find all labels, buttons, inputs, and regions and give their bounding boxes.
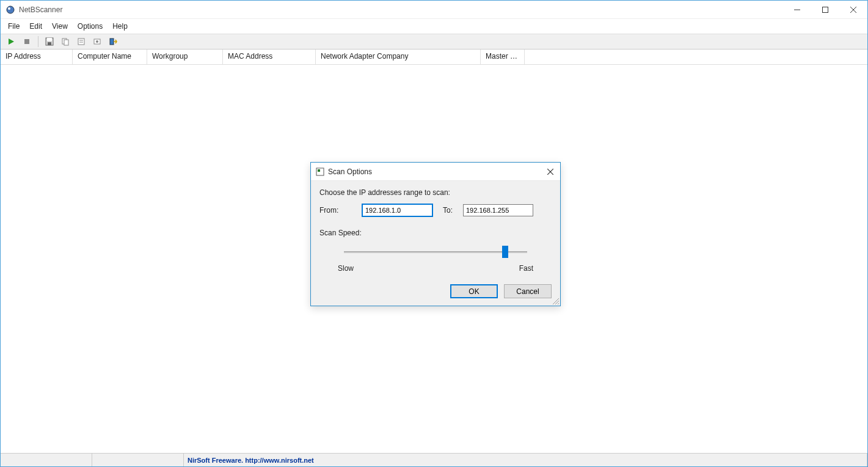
menu-bar: File Edit View Options Help <box>1 19 867 34</box>
svg-point-0 <box>7 6 14 13</box>
menu-help[interactable]: Help <box>108 20 133 32</box>
menu-view[interactable]: View <box>47 20 73 32</box>
svg-point-17 <box>96 40 98 43</box>
svg-rect-20 <box>318 169 320 172</box>
slider-thumb[interactable] <box>502 246 508 258</box>
svg-line-25 <box>558 303 559 304</box>
column-headers: IP Address Computer Name Workgroup MAC A… <box>1 50 867 65</box>
title-bar: NetBScanner <box>1 1 867 19</box>
dialog-icon <box>316 167 324 176</box>
minimize-button[interactable] <box>783 1 811 19</box>
svg-rect-18 <box>110 39 114 45</box>
cancel-button[interactable]: Cancel <box>504 284 552 298</box>
resize-grip[interactable] <box>552 297 559 304</box>
window-controls <box>783 1 867 19</box>
column-workgroup[interactable]: Workgroup <box>147 50 223 64</box>
status-freeware-link[interactable]: NirSoft Freeware. http://www.nirsoft.net <box>184 454 867 466</box>
dialog-body: Choose the IP addresses range to scan: F… <box>311 181 560 280</box>
close-button[interactable] <box>839 1 867 19</box>
play-icon[interactable] <box>4 35 18 48</box>
menu-options[interactable]: Options <box>73 20 108 32</box>
ip-range-row: From: To: <box>319 204 552 216</box>
dialog-title: Scan Options <box>328 167 372 176</box>
svg-marker-6 <box>9 39 14 45</box>
maximize-button[interactable] <box>811 1 839 19</box>
svg-rect-12 <box>64 40 68 45</box>
column-computer-name[interactable]: Computer Name <box>73 50 147 64</box>
column-master-browser[interactable]: Master Br... <box>481 50 525 64</box>
copy-icon[interactable] <box>59 35 72 48</box>
svg-rect-9 <box>47 38 52 41</box>
scan-speed-slider[interactable]: Slow Fast <box>319 248 552 273</box>
toolbar-separator <box>38 36 38 47</box>
svg-rect-10 <box>48 42 51 45</box>
menu-edit[interactable]: Edit <box>24 20 47 32</box>
status-cell-1 <box>1 454 92 466</box>
properties-icon[interactable] <box>75 35 88 48</box>
from-ip-input[interactable] <box>362 204 432 216</box>
stop-icon[interactable] <box>20 35 34 48</box>
slider-slow-label: Slow <box>338 264 354 273</box>
column-ip-address[interactable]: IP Address <box>1 50 73 64</box>
dialog-prompt: Choose the IP addresses range to scan: <box>319 188 552 197</box>
to-ip-input[interactable] <box>463 204 533 216</box>
svg-point-1 <box>8 7 10 10</box>
slider-fast-label: Fast <box>519 264 533 273</box>
save-icon[interactable] <box>43 35 56 48</box>
scan-options-dialog: Scan Options Choose the IP addresses ran… <box>310 162 561 306</box>
column-network-adapter[interactable]: Network Adapter Company <box>316 50 481 64</box>
dialog-title-bar[interactable]: Scan Options <box>311 163 560 181</box>
svg-rect-3 <box>823 7 828 13</box>
svg-rect-7 <box>24 39 29 44</box>
status-cell-2 <box>92 454 184 466</box>
dialog-buttons: OK Cancel <box>450 284 552 298</box>
app-title: NetBScanner <box>19 6 62 14</box>
toolbar <box>1 34 867 50</box>
menu-file[interactable]: File <box>3 20 24 32</box>
scan-speed-label: Scan Speed: <box>319 229 552 237</box>
dialog-close-button[interactable] <box>544 166 556 177</box>
to-label: To: <box>432 206 463 215</box>
app-icon <box>5 5 15 15</box>
slider-track <box>344 251 527 253</box>
from-label: From: <box>319 206 362 215</box>
exit-icon[interactable] <box>106 35 120 48</box>
svg-rect-13 <box>78 39 84 45</box>
options-icon[interactable] <box>90 35 104 48</box>
column-mac-address[interactable]: MAC Address <box>223 50 316 64</box>
ok-button[interactable]: OK <box>450 284 498 298</box>
status-bar: NirSoft Freeware. http://www.nirsoft.net <box>1 453 867 466</box>
